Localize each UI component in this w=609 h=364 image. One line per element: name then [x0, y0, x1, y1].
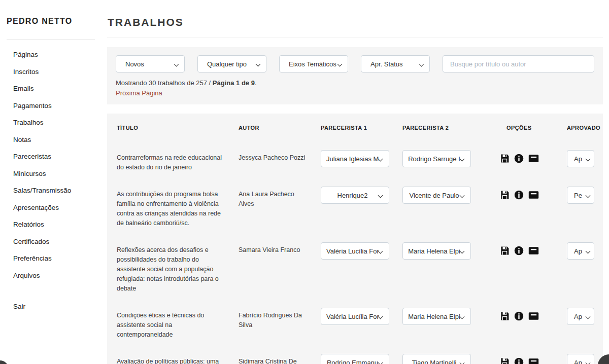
archive-icon[interactable] [528, 154, 539, 163]
summary-prefix: Mostrando 30 trabalhos de 257 / [116, 79, 213, 87]
info-icon[interactable] [514, 246, 524, 256]
parecerista2-select[interactable]: Rodrigo Sarruge I [402, 150, 471, 167]
parecerista2-select[interactable]: Vicente de Paulo [402, 187, 471, 204]
parecerista2-select-value: Vicente de Paulo [403, 192, 470, 199]
apr-status-filter-select[interactable]: Apr. Status [361, 55, 430, 72]
save-icon[interactable] [500, 190, 510, 200]
sidebar-item-inscritos[interactable]: Inscritos [7, 63, 107, 81]
work-author: Fabrício Rodrigues Da Silva [239, 308, 321, 330]
next-page-link[interactable]: Próxima Página [116, 89, 162, 97]
column-header-1: TÍTULO [117, 125, 239, 131]
novos-filter-select[interactable]: Novos [116, 55, 185, 72]
info-icon[interactable] [514, 311, 524, 321]
parecerista1-select-value: Valéria Lucília For [321, 313, 389, 320]
table-body: Contrarreformas na rede educacional do e… [117, 150, 593, 364]
filter-row: NovosQualquer tipoEixos TemáticosApr. St… [116, 55, 594, 72]
parecerista2-select-value: Maria Helena Elpi [403, 313, 470, 320]
parecerista1-select-value: Valéria Lucília For [321, 247, 389, 255]
eixos-filter-select-value: Eixos Temáticos [280, 60, 348, 68]
results-summary: Mostrando 30 trabalhos de 257 / Página 1… [116, 79, 594, 87]
work-author: Jessyca Pacheco Pozzi [239, 150, 321, 163]
aprovado-select-value: Pe [567, 192, 594, 199]
options-cell [500, 308, 567, 321]
sidebar-item-certificados[interactable]: Certificados [7, 233, 107, 250]
sidebar-item-trabalhos[interactable]: Trabalhos [7, 114, 107, 131]
options-cell [500, 354, 567, 364]
sidebar-item-sair[interactable]: Sair [7, 298, 107, 315]
table-row: Reflexões acerca dos desafios e possibil… [117, 242, 593, 308]
options-cell [500, 150, 567, 163]
parecerista2-select[interactable]: Maria Helena Elpi [402, 308, 471, 325]
column-header-4: PARECERISTA 2 [402, 125, 500, 131]
table-row: Avaliação de políticas públicas: uma ref… [117, 354, 593, 364]
work-title: Condições éticas e técnicas do assistent… [117, 308, 239, 340]
search-input[interactable] [443, 55, 594, 72]
parecerista1-select[interactable]: Rodrigo Emmanu [321, 354, 389, 364]
work-author: Sidimara Cristina De Souza [239, 354, 321, 364]
work-author: Samara Vieira Franco [239, 242, 321, 255]
aprovado-select-value: Ap [567, 359, 594, 364]
work-title: Reflexões acerca dos desafios e possibil… [117, 242, 239, 294]
archive-icon[interactable] [528, 312, 539, 320]
parecerista1-select[interactable]: Valéria Lucília For [321, 242, 389, 260]
sidebar-item-paginas[interactable]: Páginas [7, 46, 107, 63]
tipo-filter-select[interactable]: Qualquer tipo [197, 55, 266, 72]
archive-icon[interactable] [528, 191, 539, 199]
sidebar-item-relatorios[interactable]: Relatórios [7, 216, 107, 233]
sidebar-item-preferencias[interactable]: Preferências [7, 250, 107, 267]
info-icon[interactable] [514, 190, 524, 200]
parecerista2-select[interactable]: Tiago Martinelli [402, 354, 471, 364]
options-cell [500, 242, 567, 256]
parecerista1-select-value: Rodrigo Emmanu [321, 359, 389, 364]
sidebar-item-salas-transmissao[interactable]: Salas/Transmissão [7, 182, 107, 199]
info-icon[interactable] [514, 154, 524, 163]
parecerista1-select[interactable]: Henrique2 [321, 187, 389, 204]
info-icon[interactable] [514, 357, 524, 364]
aprovado-cell: Ap [567, 354, 594, 364]
aprovado-select-value: Ap [567, 155, 594, 163]
main-content: TRABALHOS NovosQualquer tipoEixos Temáti… [107, 0, 609, 364]
sidebar-nav: PáginasInscritosEmailsPagamentosTrabalho… [7, 46, 107, 284]
aprovado-select-value: Ap [567, 313, 594, 320]
parecerista1-select[interactable]: Valéria Lucília For [321, 308, 389, 325]
sidebar-item-pagamentos[interactable]: Pagamentos [7, 97, 107, 115]
sidebar-item-arquivos[interactable]: Arquivos [7, 267, 107, 284]
aprovado-select[interactable]: Ap [567, 354, 594, 364]
sidebar-item-apresentacoes[interactable]: Apresentações [7, 199, 107, 216]
save-icon[interactable] [500, 246, 510, 256]
work-author: Ana Laura Pacheco Alves [239, 187, 321, 209]
column-header-2: AUTOR [239, 125, 321, 131]
aprovado-select[interactable]: Pe [567, 187, 594, 204]
sidebar-item-minicursos[interactable]: Minicursos [7, 165, 107, 183]
brand-logo: PEDRO NETTO [7, 17, 107, 26]
aprovado-cell: Ap [567, 150, 594, 167]
save-icon[interactable] [500, 357, 510, 364]
summary-page-indicator: Página 1 de 9 [213, 79, 255, 87]
work-title: As contribuições do programa bolsa famíl… [117, 187, 239, 228]
save-icon[interactable] [500, 311, 510, 321]
aprovado-select[interactable]: Ap [567, 150, 594, 167]
parecerista2-select[interactable]: Maria Helena Elpi [402, 242, 471, 260]
aprovado-select[interactable]: Ap [567, 242, 594, 260]
save-icon[interactable] [500, 154, 510, 163]
options-cell [500, 187, 567, 200]
archive-icon[interactable] [528, 358, 539, 364]
apr-status-filter-select-value: Apr. Status [361, 60, 429, 68]
sidebar-item-emails[interactable]: Emails [7, 80, 107, 97]
column-header-5: OPÇÕES [500, 125, 567, 131]
parecerista1-select[interactable]: Juliana Iglesias M [321, 150, 389, 167]
sidebar-item-notas[interactable]: Notas [7, 131, 107, 149]
eixos-filter-select[interactable]: Eixos Temáticos [279, 55, 348, 72]
sidebar-item-pareceristas[interactable]: Pareceristas [7, 148, 107, 165]
parecerista2-select-value: Tiago Martinelli [403, 359, 470, 364]
work-title: Contrarreformas na rede educacional do e… [117, 150, 239, 172]
parecerista1-select-value: Juliana Iglesias M [321, 155, 389, 163]
page-header: TRABALHOS [107, 0, 603, 38]
aprovado-select[interactable]: Ap [567, 308, 594, 325]
tipo-filter-select-value: Qualquer tipo [198, 60, 266, 68]
summary-suffix: . [255, 79, 257, 87]
aprovado-select-value: Ap [567, 247, 594, 255]
aprovado-cell: Ap [567, 308, 594, 325]
sidebar: PEDRO NETTO PáginasInscritosEmailsPagame… [0, 0, 107, 364]
archive-icon[interactable] [528, 246, 539, 255]
